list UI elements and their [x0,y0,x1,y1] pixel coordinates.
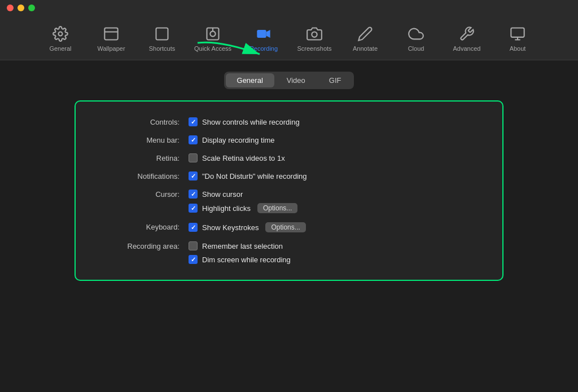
checkbox-1-0[interactable] [189,135,198,144]
cloud-icon [407,25,425,43]
setting-controls-0: Show controls while recording [189,117,300,126]
check-row-2-0: Scale Retina videos to 1x [189,153,285,162]
nav-label-quickaccess: Quick Access [194,45,231,52]
setting-label-6: Recording area: [93,241,189,250]
setting-label-1: Menu bar: [93,135,189,144]
setting-row-3: Notifications:"Do Not Disturb" while rec… [93,167,485,185]
setting-row-0: Controls:Show controls while recording [93,113,485,131]
nav-item-quickaccess[interactable]: Quick Access [187,21,238,55]
nav-item-cloud[interactable]: Cloud [391,21,441,55]
setting-controls-1: Display recording time [189,135,275,144]
nav-label-screenshots: Screenshots [297,45,331,52]
nav-item-general[interactable]: General [35,21,86,55]
subtab-gif[interactable]: GIF [318,73,353,87]
check-label-6-0: Remember last selection [202,242,283,250]
nav-label-about: About [510,45,526,52]
checkbox-3-0[interactable] [189,171,198,180]
check-label-6-1: Dim screen while recording [202,256,291,264]
check-row-3-0: "Do Not Disturb" while recording [189,171,307,180]
setting-controls-2: Scale Retina videos to 1x [189,153,285,162]
setting-row-4: Cursor:Show cursorHighlight clicksOption… [93,185,485,218]
shortcuts-icon [153,25,171,43]
checkbox-0-0[interactable] [189,117,198,126]
nav-label-wallpaper: Wallpaper [97,45,125,52]
traffic-lights [7,5,35,11]
setting-row-1: Menu bar:Display recording time [93,131,485,149]
subtab-general[interactable]: General [226,73,274,87]
nav-item-recording[interactable]: Recording [238,21,289,55]
check-label-1-0: Display recording time [202,136,275,144]
setting-row-6: Recording area:Remember last selectionDi… [93,237,485,268]
recording-icon [255,25,273,43]
setting-label-4: Cursor: [93,190,189,199]
setting-controls-6: Remember last selectionDim screen while … [189,241,291,264]
svg-point-0 [59,32,63,36]
nav-label-recording: Recording [249,45,278,52]
check-label-3-0: "Do Not Disturb" while recording [202,172,307,180]
svg-marker-7 [266,30,270,38]
nav-item-advanced[interactable]: Advanced [441,21,492,55]
check-label-4-1: Highlight clicks [202,204,251,213]
setting-controls-3: "Do Not Disturb" while recording [189,171,307,180]
screenshots-icon [305,25,323,43]
checkbox-2-0[interactable] [189,153,198,162]
setting-controls-5: Show KeystrokesOptions... [189,222,306,232]
check-label-4-0: Show cursor [202,190,243,199]
check-row-0-0: Show controls while recording [189,117,300,126]
check-row-5-0: Show KeystrokesOptions... [189,222,306,232]
nav-item-wallpaper[interactable]: Wallpaper [86,21,137,55]
setting-controls-4: Show cursorHighlight clicksOptions... [189,190,297,213]
nav-label-advanced: Advanced [453,45,481,52]
checkbox-6-0[interactable] [189,241,198,250]
close-button[interactable] [7,5,14,11]
checkbox-6-1[interactable] [189,255,198,264]
setting-row-2: Retina:Scale Retina videos to 1x [93,149,485,167]
check-row-4-0: Show cursor [189,190,297,199]
check-row-4-1: Highlight clicksOptions... [189,203,297,213]
subtab-video[interactable]: Video [275,73,317,87]
advanced-icon [458,25,476,43]
wallpaper-icon [102,25,120,43]
checkbox-5-0[interactable] [189,223,198,232]
check-label-0-0: Show controls while recording [202,118,300,126]
check-row-6-0: Remember last selection [189,241,291,250]
nav-label-general: General [49,45,71,52]
toolbar: GeneralWallpaperShortcutsQuick AccessRec… [0,16,578,60]
setting-row-5: Keyboard:Show KeystrokesOptions... [93,218,485,237]
minimize-button[interactable] [17,5,24,11]
nav-item-shortcuts[interactable]: Shortcuts [137,21,187,55]
options-button-5-0[interactable]: Options... [265,222,305,232]
maximize-button[interactable] [28,5,35,11]
check-row-6-1: Dim screen while recording [189,255,291,264]
checkbox-4-0[interactable] [189,190,198,199]
check-row-1-0: Display recording time [189,135,275,144]
nav-label-annotate: Annotate [353,45,378,52]
annotate-icon [356,25,374,43]
setting-label-5: Keyboard: [93,222,189,231]
svg-rect-6 [257,30,266,38]
about-icon [509,25,527,43]
svg-rect-9 [511,28,524,37]
checkbox-4-1[interactable] [189,204,198,213]
svg-point-4 [210,31,215,36]
nav-item-about[interactable]: About [492,21,543,55]
quickaccess-icon [204,25,222,43]
check-label-2-0: Scale Retina videos to 1x [202,154,285,162]
nav-item-screenshots[interactable]: Screenshots [289,21,340,55]
check-label-5-0: Show Keystrokes [202,223,259,232]
nav-label-cloud: Cloud [408,45,424,52]
options-button-4-1[interactable]: Options... [257,203,297,213]
setting-label-0: Controls: [93,117,189,126]
nav-item-annotate[interactable]: Annotate [340,21,391,55]
settings-panel: Controls:Show controls while recordingMe… [75,100,503,281]
nav-label-shortcuts: Shortcuts [149,45,175,52]
svg-point-8 [312,32,317,37]
general-icon [51,25,69,43]
svg-rect-1 [104,28,117,40]
main-content: GeneralVideoGIF Controls:Show controls w… [0,60,578,292]
setting-label-2: Retina: [93,153,189,162]
setting-label-3: Notifications: [93,171,189,180]
titlebar [0,0,578,16]
sub-tabs: GeneralVideoGIF [224,72,354,89]
